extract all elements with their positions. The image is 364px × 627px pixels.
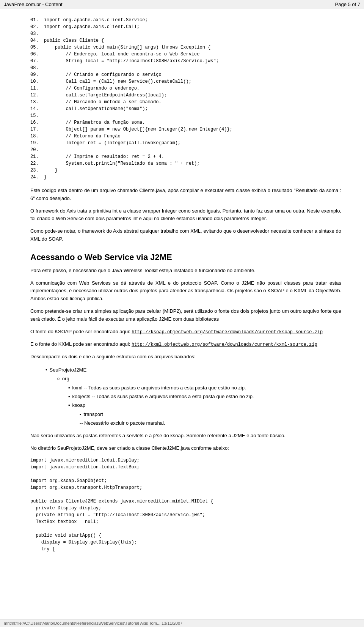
code-block-2: import javax.microedition.lcdui.Display;… (30, 457, 341, 553)
paragraph-ksoap: O fonte do KSOAP pode ser encontrado aqu… (30, 328, 341, 336)
paragraph-servlets: Não serão utilizados as pastas referente… (30, 432, 341, 440)
page-info: Page 5 of 7 (335, 2, 361, 7)
tree-kobjects: kobjects -- Todas as suas pastas e arqui… (72, 392, 254, 401)
paragraph-clientej2me: No diretório SeuProjetoJ2ME, deve ser cr… (30, 444, 341, 452)
bullet-square-kxml-icon (68, 383, 70, 392)
paragraph-xml: Como pode-se notar, o framework do Axis … (30, 227, 341, 243)
bullet-square-kobjects-icon (68, 392, 70, 401)
tree-transport: transport (84, 410, 103, 419)
paragraph-j2me-2: A comunicação com Web Services se dá atr… (30, 279, 341, 303)
tree-org: org (62, 374, 69, 383)
tree-structure: SeuProjetoJ2ME org kxml -- Todas as suas… (46, 365, 341, 428)
tree-kxml: kxml -- Todas as suas pastas e arquivos … (72, 383, 246, 392)
paragraph-kxml: E o fonte do KXML pode ser encontrado aq… (30, 340, 341, 348)
header-title: JavaFree.com.br - Content (4, 2, 63, 7)
tree-root: SeuProjetoJ2ME (50, 365, 87, 374)
tree-marshal-note: -- Necessário excluir o pacote marshal. (80, 420, 165, 426)
paragraph-axis: O framework do Axis trata a primitiva in… (30, 207, 341, 223)
bullet-circle-icon (57, 374, 60, 383)
tree-ksoap: ksoap (72, 401, 86, 410)
section-heading: Acessando o Web Service via J2ME (30, 252, 341, 262)
bullet-disc-icon (46, 365, 47, 374)
bullet-square-transport-icon (80, 410, 82, 419)
bullet-square-ksoap-icon (68, 401, 70, 410)
paragraph-j2me-3: Como pretende-se criar uma simples aplic… (30, 307, 341, 323)
code-block-1: 01. import org.apache.axis.client.Servic… (30, 17, 341, 181)
text-after-code: Este código está dentro de um arquivo ch… (30, 187, 341, 203)
paragraph-j2me-1: Para este passo, é necessário que o Java… (30, 267, 341, 275)
paragraph-structure: Descompacte os dois e crie a seguinte es… (30, 353, 341, 361)
